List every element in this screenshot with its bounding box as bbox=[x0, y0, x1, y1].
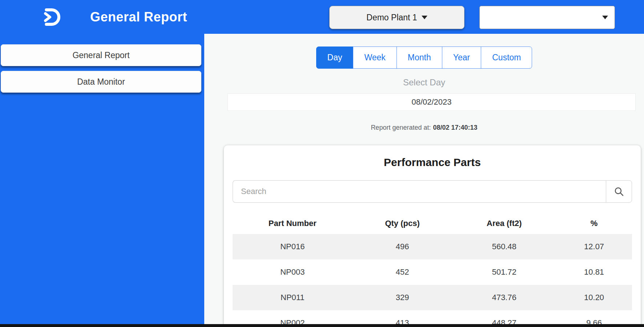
report-generated-prefix: Report generated at: bbox=[371, 124, 431, 131]
tab-month[interactable]: Month bbox=[397, 47, 442, 69]
cell-area: 448.27 bbox=[452, 310, 556, 324]
table-row[interactable]: NP016 496 560.48 12.07 bbox=[233, 234, 632, 259]
column-header-area: Area (ft2) bbox=[452, 213, 556, 234]
date-value: 08/02/2023 bbox=[411, 97, 451, 107]
cell-percent: 10.81 bbox=[556, 259, 632, 285]
cell-qty: 496 bbox=[353, 234, 452, 259]
search-button[interactable] bbox=[606, 180, 632, 203]
chevron-down-icon bbox=[602, 16, 608, 19]
cell-percent: 9.66 bbox=[556, 310, 632, 324]
brand-logo bbox=[40, 5, 63, 29]
cell-area: 473.76 bbox=[452, 285, 556, 310]
cell-part-number: NP016 bbox=[233, 234, 353, 259]
tab-year[interactable]: Year bbox=[442, 47, 481, 69]
search-bar bbox=[233, 180, 632, 203]
sidebar-item-data-monitor[interactable]: Data Monitor bbox=[1, 71, 201, 93]
search-input[interactable] bbox=[233, 180, 606, 203]
cell-percent: 10.20 bbox=[556, 285, 632, 310]
sidebar: General Report Data Monitor bbox=[0, 34, 204, 324]
plant-selector-dropdown[interactable]: Demo Plant 1 bbox=[329, 6, 464, 29]
parts-table: Part Number Qty (pcs) Area (ft2) % NP016… bbox=[233, 213, 632, 324]
chevron-down-icon bbox=[422, 16, 427, 19]
column-header-part-number: Part Number bbox=[233, 213, 353, 234]
cell-percent: 12.07 bbox=[556, 234, 632, 259]
column-header-qty: Qty (pcs) bbox=[353, 213, 452, 234]
select-day-label: Select Day bbox=[204, 77, 644, 88]
period-tabs: Day Week Month Year Custom bbox=[204, 47, 644, 69]
tab-day[interactable]: Day bbox=[316, 47, 354, 69]
cell-part-number: NP002 bbox=[233, 310, 353, 324]
header-secondary-dropdown[interactable] bbox=[479, 6, 615, 29]
cell-part-number: NP011 bbox=[233, 285, 353, 310]
sidebar-item-label: Data Monitor bbox=[77, 77, 125, 87]
performance-parts-card: Performance Parts Part Number Qty (pcs) … bbox=[224, 145, 641, 324]
table-row[interactable]: NP002 413 448.27 9.66 bbox=[233, 310, 632, 324]
date-picker-field[interactable]: 08/02/2023 bbox=[228, 93, 636, 111]
cell-part-number: NP003 bbox=[233, 259, 353, 285]
card-title: Performance Parts bbox=[233, 156, 632, 169]
app-header: General Report Demo Plant 1 bbox=[0, 0, 644, 34]
plant-selector-value: Demo Plant 1 bbox=[366, 13, 417, 23]
cell-qty: 413 bbox=[353, 310, 452, 324]
cell-qty: 452 bbox=[353, 259, 452, 285]
search-icon bbox=[614, 186, 624, 197]
table-row[interactable]: NP003 452 501.72 10.81 bbox=[233, 259, 632, 285]
cell-area: 560.48 bbox=[452, 234, 556, 259]
table-row[interactable]: NP011 329 473.76 10.20 bbox=[233, 285, 632, 310]
brand-logo-icon bbox=[41, 7, 62, 28]
table-header-row: Part Number Qty (pcs) Area (ft2) % bbox=[233, 213, 632, 234]
bottom-edge-bar bbox=[0, 324, 644, 327]
cell-area: 501.72 bbox=[452, 259, 556, 285]
sidebar-item-label: General Report bbox=[72, 51, 129, 60]
tab-week[interactable]: Week bbox=[353, 47, 397, 69]
tab-custom[interactable]: Custom bbox=[481, 47, 532, 69]
page-title: General Report bbox=[90, 9, 187, 25]
sidebar-item-general-report[interactable]: General Report bbox=[1, 44, 201, 66]
main-content: Day Week Month Year Custom Select Day 08… bbox=[204, 34, 644, 324]
column-header-percent: % bbox=[556, 213, 632, 234]
report-generated-time: 08/02 17:40:13 bbox=[433, 124, 478, 131]
cell-qty: 329 bbox=[353, 285, 452, 310]
report-generated-text: Report generated at:08/02 17:40:13 bbox=[204, 124, 644, 132]
